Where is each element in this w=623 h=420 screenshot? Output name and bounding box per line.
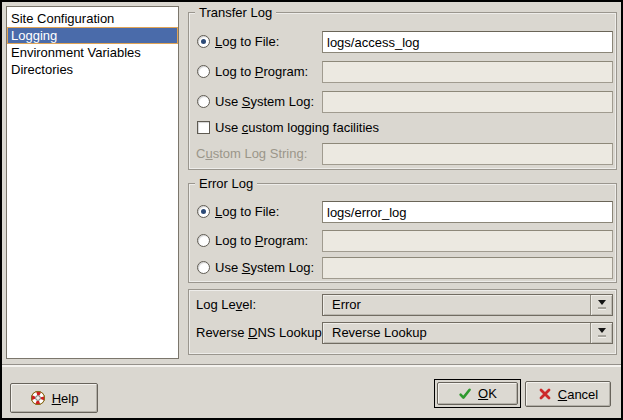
- reverse-dns-label: Reverse DNS Lookup:: [196, 322, 325, 344]
- transfer-use-system-log-label: Use System Log:: [215, 91, 314, 113]
- error-log-to-program-label: Log to Program:: [215, 230, 308, 252]
- error-log-file-input[interactable]: [322, 201, 613, 223]
- sidebar-item-site-configuration[interactable]: Site Configuration: [7, 10, 178, 27]
- error-use-system-log-radio[interactable]: [197, 261, 210, 274]
- ok-button[interactable]: OK: [437, 382, 518, 405]
- cancel-x-icon: [538, 387, 552, 401]
- help-label: Help: [52, 391, 79, 406]
- error-log-to-program-radio[interactable]: [197, 234, 210, 247]
- log-level-value: Error: [332, 295, 361, 315]
- transfer-log-to-file-label: Log to File:: [215, 31, 279, 53]
- transfer-system-log-input[interactable]: [322, 91, 613, 113]
- transfer-log-file-input[interactable]: [322, 31, 613, 53]
- log-options-frame: Log Level: Error Reverse DNS Lookup: Rev…: [188, 289, 617, 355]
- help-life-preserver-icon: [30, 390, 46, 406]
- error-use-system-log-label: Use System Log:: [215, 257, 314, 279]
- radio-dot: [201, 39, 206, 44]
- transfer-use-system-log-radio[interactable]: [197, 95, 210, 108]
- reverse-dns-dropdown[interactable]: Reverse Lookup: [322, 322, 613, 344]
- transfer-log-program-input[interactable]: [322, 61, 613, 83]
- custom-log-string-label: Custom Log String:: [196, 143, 307, 165]
- custom-facilities-checkbox[interactable]: [197, 121, 210, 134]
- sidebar-item-environment-variables[interactable]: Environment Variables: [7, 44, 178, 61]
- custom-log-string-input[interactable]: [322, 143, 613, 165]
- error-system-log-input[interactable]: [322, 257, 613, 279]
- error-log-title: Error Log: [195, 176, 257, 191]
- dropdown-arrow-icon: [590, 323, 612, 343]
- custom-facilities-label: Use custom logging facilities: [215, 117, 379, 139]
- transfer-log-title: Transfer Log: [195, 5, 276, 20]
- ok-default-ring: OK: [434, 379, 521, 408]
- transfer-log-to-program-radio[interactable]: [197, 65, 210, 78]
- cancel-label: Cancel: [558, 387, 598, 402]
- ok-label: OK: [478, 386, 497, 401]
- ok-checkmark-icon: [458, 387, 472, 401]
- dropdown-arrow-icon: [590, 295, 612, 315]
- transfer-log-to-file-radio[interactable]: [197, 35, 210, 48]
- transfer-log-to-program-label: Log to Program:: [215, 61, 308, 83]
- button-separator: [2, 364, 621, 367]
- reverse-dns-value: Reverse Lookup: [332, 323, 427, 343]
- radio-dot: [201, 209, 206, 214]
- error-log-to-file-radio[interactable]: [197, 205, 210, 218]
- help-button[interactable]: Help: [10, 383, 98, 413]
- cancel-button[interactable]: Cancel: [525, 381, 611, 407]
- transfer-log-frame: Transfer Log Log to File: Log to Program…: [188, 12, 617, 170]
- log-level-dropdown[interactable]: Error: [322, 294, 613, 316]
- error-log-to-file-label: Log to File:: [215, 201, 279, 223]
- section-list: Site Configuration Logging Environment V…: [6, 6, 179, 359]
- log-level-label: Log Level:: [196, 294, 256, 316]
- httpd-logging-dialog: Site Configuration Logging Environment V…: [0, 0, 623, 420]
- sidebar-item-directories[interactable]: Directories: [7, 61, 178, 78]
- error-log-frame: Error Log Log to File: Log to Program: U…: [188, 183, 617, 283]
- sidebar-item-logging[interactable]: Logging: [7, 27, 178, 44]
- error-log-program-input[interactable]: [322, 230, 613, 252]
